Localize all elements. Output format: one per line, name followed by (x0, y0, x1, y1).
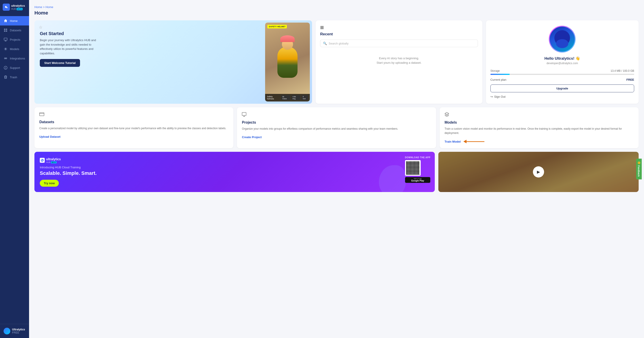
models-icon (4, 47, 8, 51)
avatar-ring (549, 26, 576, 52)
bottom-row: ultralytics HUB BETA Introducing HUB Clo… (34, 152, 639, 192)
datasets-feature-card: Datasets Create a personalized model by … (34, 107, 233, 148)
search-box[interactable]: 🔍 Search globally (320, 40, 478, 47)
breadcrumb-current: Home (46, 5, 54, 9)
recent-empty: Every AI story has a beginning. Start yo… (320, 56, 478, 65)
sidebar-bottom: Ultralytics FREE (0, 324, 29, 338)
get-started-card: ☆ Get Started Begin your journey with Ul… (34, 20, 312, 104)
banner-download: DOWNLOAD THE APP GET IT ON Google Play (405, 156, 430, 183)
recent-icon: ▦ (320, 25, 478, 30)
recent-card: ▦ Recent 🔍 Search globally Every AI stor… (316, 20, 482, 104)
banner-card: ultralytics HUB BETA Introducing HUB Clo… (34, 152, 435, 192)
try-now-button[interactable]: Try now (40, 180, 59, 187)
svg-rect-4 (6, 28, 7, 30)
models-feature-desc: Train a custom vision model and monitor … (444, 127, 634, 135)
upload-dataset-link[interactable]: Upload Dataset (39, 135, 228, 138)
sidebar-item-integrations[interactable]: Integrations (0, 54, 29, 63)
models-feature-card: Models Train a custom vision model and m… (440, 107, 639, 148)
logo-text: ultralytics HUB BETA (11, 4, 25, 10)
svg-rect-12 (40, 113, 44, 116)
create-project-link[interactable]: Create Project (242, 136, 431, 139)
download-label: DOWNLOAD THE APP (405, 156, 430, 159)
avatar (550, 26, 575, 52)
datasets-feature-icon (39, 112, 228, 117)
sidebar-item-home[interactable]: Home (0, 16, 29, 26)
signout-button[interactable]: ↪ Sign Out (490, 95, 506, 98)
google-play-button[interactable]: GET IT ON Google Play (405, 177, 430, 183)
user-avatar-small (4, 328, 10, 334)
models-feature-title: Models (444, 120, 634, 124)
sidebar-user: Ultralytics FREE (4, 328, 26, 334)
blob-decoration (379, 165, 406, 192)
storage-label: Storage 13.4 MB / 100.0 GB (490, 69, 634, 72)
sidebar-item-models[interactable]: Models (0, 44, 29, 54)
projects-feature-card: Projects Organize your models into group… (237, 107, 436, 148)
video-card: ▶ (438, 152, 639, 192)
search-icon: 🔍 (323, 42, 327, 45)
logo: ultralytics HUB BETA (0, 0, 29, 14)
feedback-icon: 😊 (638, 162, 640, 164)
trash-icon (4, 75, 8, 79)
search-placeholder: Search globally (328, 42, 348, 45)
arrow-line (466, 141, 484, 142)
sidebar-item-trash[interactable]: Trash (0, 72, 29, 82)
start-tutorial-button[interactable]: Start Welcome Tutorial (40, 59, 80, 67)
svg-rect-5 (4, 30, 5, 32)
middle-row: Datasets Create a personalized model by … (34, 107, 639, 148)
sidebar-nav: Home Datasets Projects (0, 14, 29, 324)
profile-greeting: Hello Ultralytics! 👋 (544, 56, 580, 61)
banner-logo: ultralytics HUB BETA (40, 157, 430, 164)
breadcrumb: Home > Home (34, 5, 639, 9)
top-row: ☆ Get Started Begin your journey with Ul… (34, 20, 639, 104)
sidebar: ultralytics HUB BETA Home (0, 0, 29, 338)
arrow-annotation (464, 140, 484, 143)
play-button[interactable]: ▶ (533, 166, 544, 178)
datasets-icon (4, 28, 8, 32)
svg-point-8 (5, 48, 6, 50)
models-feature-icon (444, 112, 634, 118)
signout-icon: ↪ (490, 95, 493, 98)
banner-headline: Scalable. Simple. Smart. (40, 170, 430, 176)
train-model-link[interactable]: Train Model (444, 140, 461, 143)
profile-card: Hello Ultralytics! 👋 developer@ultralyti… (486, 20, 639, 104)
svg-point-9 (4, 58, 6, 59)
breadcrumb-parent[interactable]: Home (34, 5, 42, 9)
storage-section: Storage 13.4 MB / 100.0 GB Current plan … (490, 69, 634, 98)
plan-section: Current plan FREE (490, 78, 634, 81)
main-content: Home > Home Home ☆ Get Started Begin you… (29, 0, 644, 338)
banner-logo-icon (40, 158, 45, 163)
svg-point-2 (6, 7, 8, 8)
banner-intro: Introducing HUB Cloud Training (40, 166, 430, 169)
svg-rect-7 (4, 38, 7, 40)
sidebar-item-support[interactable]: Support (0, 63, 29, 72)
svg-rect-6 (6, 30, 7, 32)
support-icon (4, 66, 8, 70)
home-icon (4, 19, 8, 23)
video-overlay: ▶ (438, 152, 639, 192)
qr-code (405, 160, 421, 176)
recent-title: Recent (320, 32, 478, 36)
arrow-head (464, 140, 466, 143)
get-started-description: Begin your journey with Ultralytics HUB … (40, 38, 98, 56)
datasets-feature-title: Datasets (39, 120, 228, 124)
svg-point-10 (6, 58, 7, 59)
logo-icon (3, 4, 10, 11)
feedback-tab[interactable]: 😊 Feedback (636, 159, 642, 180)
profile-avatar-container (549, 26, 576, 52)
datasets-feature-desc: Create a personalized model by utilizing… (39, 126, 228, 130)
storage-bar (490, 74, 634, 75)
projects-icon (4, 38, 8, 42)
svg-point-16 (42, 160, 43, 161)
page-title: Home (34, 10, 639, 16)
svg-point-15 (41, 160, 42, 161)
sidebar-item-datasets[interactable]: Datasets (0, 26, 29, 35)
hero-image: SAFETY HELMET Safety helmets 0k Class 4.… (265, 22, 310, 102)
upgrade-button[interactable]: Upgrade (490, 84, 634, 92)
svg-rect-13 (242, 112, 246, 116)
storage-bar-fill (490, 74, 510, 75)
star-icon[interactable]: ☆ (39, 25, 42, 30)
projects-feature-desc: Organize your models into groups for eff… (242, 127, 431, 131)
sidebar-item-projects[interactable]: Projects (0, 35, 29, 44)
profile-email: developer@ultralytics.com (546, 62, 578, 65)
projects-feature-icon (242, 112, 431, 118)
